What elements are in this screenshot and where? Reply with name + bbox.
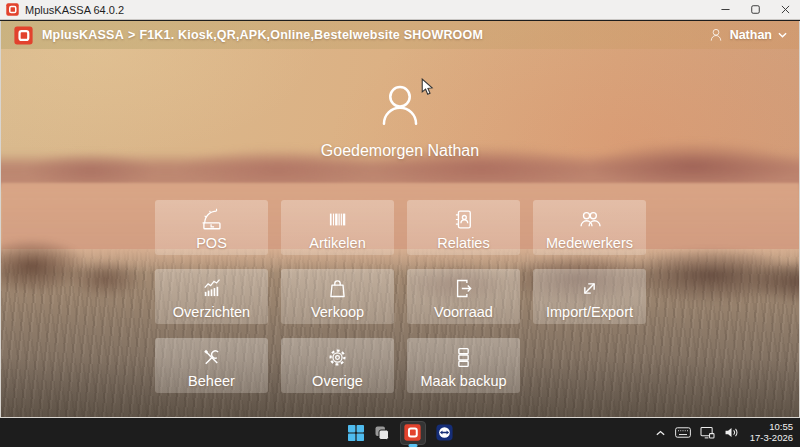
tile-grid: POS Artikelen Relaties Medewerkers Overz… (155, 200, 646, 393)
close-button[interactable] (770, 0, 800, 19)
tile-import-export[interactable]: Import/Export (533, 269, 646, 324)
tile-maak-backup[interactable]: Maak backup (407, 338, 520, 393)
network-icon[interactable] (700, 426, 715, 439)
close-icon (781, 5, 790, 14)
tile-label: Artikelen (309, 235, 365, 251)
start-button[interactable] (348, 425, 364, 441)
tile-voorraad[interactable]: Voorraad (407, 269, 520, 324)
volume-icon[interactable] (724, 427, 739, 438)
cash-register-icon (198, 206, 225, 233)
mpluskassa-logo-icon (6, 3, 19, 16)
tile-label: Import/Export (546, 304, 633, 320)
chevron-down-icon (778, 32, 787, 38)
window-title: MplusKASSA 64.0.2 (25, 4, 710, 16)
tile-artikelen[interactable]: Artikelen (281, 200, 394, 255)
greeting-text: Goedemorgen Nathan (321, 142, 479, 160)
teamviewer-button[interactable] (436, 424, 453, 441)
clock-date: 17-3-2026 (750, 433, 793, 444)
breadcrumb-location: F1K1. Kiosk,QR,APK,Online,Bestelwebsite … (139, 28, 483, 42)
gear-icon (324, 344, 351, 371)
tile-verkoop[interactable]: Verkoop (281, 269, 394, 324)
touch-keyboard-icon[interactable] (675, 427, 691, 438)
system-tray: 10:55 17-3-2026 (655, 418, 793, 447)
user-name: Nathan (730, 28, 772, 42)
tile-label: Beheer (188, 373, 235, 389)
tile-label: Voorraad (434, 304, 493, 320)
breadcrumb-separator: > (128, 28, 136, 42)
header-bar: MplusKASSA>F1K1. Kiosk,QR,APK,Online,Bes… (1, 21, 799, 49)
mouse-cursor (421, 78, 434, 97)
breadcrumb: MplusKASSA>F1K1. Kiosk,QR,APK,Online,Bes… (42, 28, 708, 42)
tile-label: Verkoop (311, 304, 364, 320)
barcode-icon (324, 206, 351, 233)
stock-out-icon (450, 275, 477, 302)
tile-medewerkers[interactable]: Medewerkers (533, 200, 646, 255)
database-icon (450, 344, 477, 371)
tile-pos[interactable]: POS (155, 200, 268, 255)
maximize-button[interactable] (740, 0, 770, 19)
app-window: MplusKASSA 64.0.2 MplusKASSA>F1K1. Kiosk… (0, 0, 800, 447)
greeting-block: Goedemorgen Nathan (1, 79, 799, 160)
task-view-button[interactable] (374, 425, 390, 441)
taskbar-mpluskassa-button[interactable] (400, 421, 426, 445)
tile-label: Overige (312, 373, 363, 389)
maximize-icon (751, 5, 760, 14)
minimize-icon (721, 5, 730, 14)
tile-overzichten[interactable]: Overzichten (155, 269, 268, 324)
minimize-button[interactable] (710, 0, 740, 19)
taskbar: 10:55 17-3-2026 (0, 418, 800, 447)
shopping-bag-icon (324, 275, 351, 302)
main-area: MplusKASSA>F1K1. Kiosk,QR,APK,Online,Bes… (0, 21, 800, 418)
clock-time: 10:55 (769, 422, 793, 433)
hidden-icons-chevron[interactable] (655, 429, 666, 437)
address-book-icon (450, 206, 477, 233)
tools-icon (198, 344, 225, 371)
taskbar-clock[interactable]: 10:55 17-3-2026 (750, 422, 793, 443)
import-export-icon (576, 275, 603, 302)
tile-label: Medewerkers (546, 235, 633, 251)
tile-label: Maak backup (420, 373, 506, 389)
tile-beheer[interactable]: Beheer (155, 338, 268, 393)
tile-label: Overzichten (173, 304, 250, 320)
tile-label: Relaties (437, 235, 489, 251)
bar-chart-icon (198, 275, 225, 302)
people-icon (576, 206, 603, 233)
mpluskassa-logo-icon (14, 26, 33, 45)
tile-relaties[interactable]: Relaties (407, 200, 520, 255)
tile-label: POS (196, 235, 227, 251)
breadcrumb-app-name: MplusKASSA (42, 28, 124, 42)
user-menu[interactable]: Nathan (708, 27, 787, 43)
avatar-icon (373, 79, 427, 133)
user-icon (708, 27, 724, 43)
tile-overige[interactable]: Overige (281, 338, 394, 393)
window-titlebar: MplusKASSA 64.0.2 (0, 0, 800, 20)
mpluskassa-logo-icon (404, 424, 421, 441)
taskbar-center (348, 421, 453, 445)
